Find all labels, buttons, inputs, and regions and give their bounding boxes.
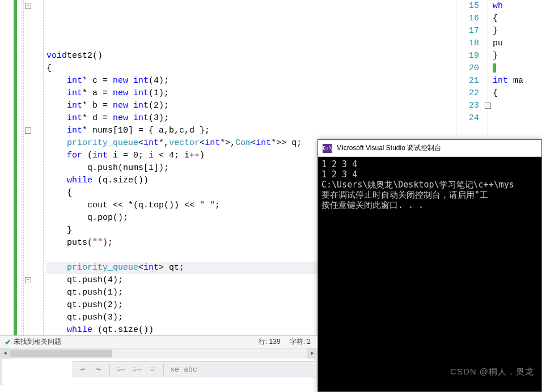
line-number: 21 [456, 75, 479, 87]
code-line[interactable]: { [493, 87, 542, 100]
status-issues-text[interactable]: 未找到相关问题 [14, 337, 61, 347]
line-number: 22 [456, 87, 479, 100]
code-line[interactable]: int* c = new int(4); [46, 75, 456, 87]
horizontal-scrollbar[interactable]: ◄ ► [0, 348, 317, 358]
toolbar-separator [163, 364, 164, 375]
line-number: 16 [456, 12, 479, 25]
code-line[interactable]: } [493, 25, 542, 37]
line-number: 15 [456, 0, 479, 12]
code-line[interactable]: voidtest2() [46, 50, 456, 62]
toolbar-button[interactable]: abc [184, 363, 197, 376]
code-line[interactable]: wh [493, 0, 542, 12]
fold-toggle[interactable]: − [485, 103, 491, 109]
toolbar-button[interactable]: ↪ [92, 363, 105, 376]
code-line[interactable]: int ma [493, 75, 542, 87]
console-title-bar[interactable]: C:\ Microsoft Visual Studio 调试控制台 [318, 140, 541, 157]
toolbar-button[interactable]: ≡← [115, 363, 127, 376]
code-line[interactable]: { [46, 62, 456, 75]
code-editor-right[interactable]: 15161718192021222324 − wh{}pu}int ma{ [456, 0, 542, 138]
code-line[interactable]: int* a = new int(1); [46, 87, 456, 100]
scroll-right-arrow[interactable]: ► [307, 348, 317, 359]
scroll-thumb[interactable] [10, 350, 112, 357]
line-number: 18 [456, 37, 479, 50]
toolbar-button[interactable]: xe [168, 363, 181, 376]
console-app-icon: C:\ [323, 144, 332, 153]
editor-margin [0, 0, 24, 335]
toolbar-button[interactable]: ≡→ [130, 363, 143, 376]
line-number: 23 [456, 100, 479, 112]
change-marker [14, 0, 17, 335]
code-line[interactable] [493, 62, 542, 75]
code-line[interactable]: { [493, 12, 542, 25]
console-title-text: Microsoft Visual Studio 调试控制台 [336, 143, 441, 153]
status-bar: ✔ 未找到相关问题 行: 139 字符: 2 [0, 335, 317, 348]
status-line: 行: 139 [259, 337, 281, 347]
line-numbers: 15161718192021222324 [456, 0, 484, 138]
status-char: 字符: 2 [290, 337, 311, 347]
code-line[interactable]: } [493, 50, 542, 62]
scroll-left-arrow[interactable]: ◄ [0, 348, 10, 359]
bottom-toolbar: ↩↪≡←≡→≡xeabc [73, 361, 316, 377]
code-line[interactable]: int* nums[10] = { a,b,c,d }; [46, 125, 456, 137]
status-check-icon: ✔ [5, 338, 11, 347]
line-number: 24 [456, 112, 479, 125]
fold-gutter: −−− [24, 0, 33, 335]
line-number: 19 [456, 50, 479, 62]
toolbar-separator [109, 364, 110, 375]
debug-console-window[interactable]: C:\ Microsoft Visual Studio 调试控制台 1 2 3 … [317, 139, 542, 392]
scroll-track[interactable] [10, 348, 307, 359]
code-line[interactable]: int* b = new int(2); [46, 100, 456, 112]
right-fold-gutter: − [484, 0, 493, 138]
code-line[interactable]: int* d = new int(3); [46, 112, 456, 125]
watermark: CSDN @桐人，奥龙 [450, 367, 534, 377]
line-number: 20 [456, 62, 479, 75]
toolbar-button[interactable]: ≡ [146, 363, 159, 376]
code-line[interactable]: pu [493, 37, 542, 50]
toolbar-button[interactable]: ↩ [77, 363, 89, 376]
right-code[interactable]: wh{}pu}int ma{ [493, 0, 542, 138]
console-output: 1 2 3 4 1 2 3 4 C:\Users\姚奥龙\Desktop\学习笔… [318, 157, 541, 212]
line-number: 17 [456, 25, 479, 37]
